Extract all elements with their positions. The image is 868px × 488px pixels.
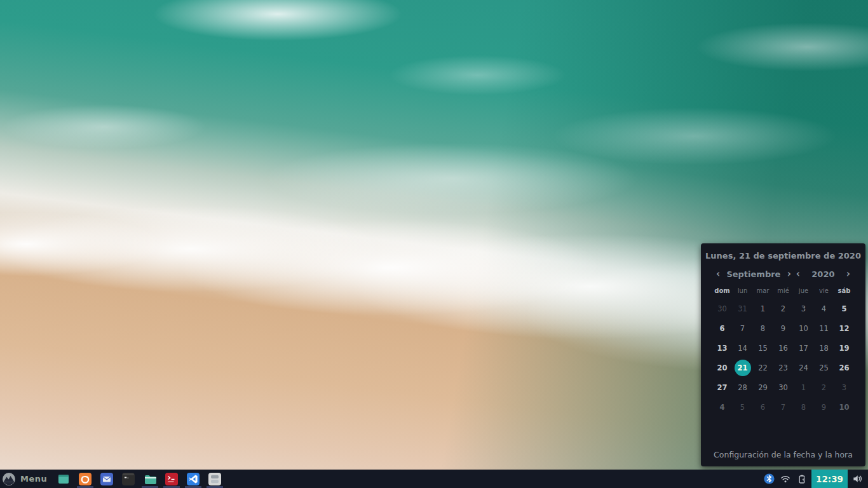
vscode-icon [187, 473, 200, 485]
vscode-launcher[interactable] [182, 470, 204, 488]
firefox-icon [79, 473, 92, 485]
text-editor-icon [208, 473, 221, 485]
calendar-day[interactable]: 15 [755, 340, 771, 356]
calendar-day[interactable]: 25 [816, 360, 832, 376]
bluetooth-tray-button[interactable] [761, 470, 777, 488]
calendar-day[interactable]: 24 [796, 360, 812, 376]
dow-mar: mar [753, 287, 773, 294]
calendar-day[interactable]: 9 [775, 320, 792, 337]
red-terminal-icon [165, 473, 178, 485]
calendar-day[interactable]: 30 [775, 379, 792, 396]
calendar-date-title: Lunes, 21 de septiembre de 2020 [701, 251, 865, 261]
calendar-day[interactable]: 12 [836, 320, 853, 337]
calendar-day[interactable]: 3 [836, 379, 853, 396]
menu-label: Menu [20, 474, 47, 484]
calendar-day[interactable]: 14 [735, 340, 751, 356]
calendar-day[interactable]: 22 [755, 360, 771, 376]
calendar-day[interactable]: 17 [796, 340, 812, 356]
month-label: Septiembre [722, 269, 784, 279]
calendar-day[interactable]: 11 [816, 320, 832, 337]
calendar-day[interactable]: 19 [836, 340, 853, 356]
calendar-day[interactable]: 16 [775, 340, 792, 356]
calendar-day[interactable]: 20 [714, 360, 731, 376]
calendar-day[interactable]: 18 [816, 340, 832, 356]
dow-mie: mié [773, 287, 794, 294]
calendar-day[interactable]: 26 [836, 360, 853, 376]
firefox-launcher[interactable] [74, 470, 96, 488]
power-tray-button[interactable] [794, 470, 810, 488]
calendar-day[interactable]: 2 [775, 301, 792, 317]
calendar-day[interactable]: 5 [836, 301, 853, 317]
calendar-day[interactable]: 1 [796, 379, 812, 396]
calendar-day[interactable]: 6 [755, 399, 771, 416]
files-launcher[interactable] [139, 470, 161, 488]
calendar-day[interactable]: 31 [735, 301, 751, 317]
dow-jue: jue [794, 287, 814, 294]
calendar-day[interactable]: 1 [755, 301, 771, 317]
calendar-day[interactable]: 7 [735, 320, 751, 337]
calendar-day[interactable]: 23 [775, 360, 792, 376]
calendar-day[interactable]: 10 [796, 320, 812, 337]
menu-button[interactable]: Menu [0, 470, 53, 488]
calendar-day[interactable]: 6 [714, 320, 731, 337]
volume-icon [852, 473, 863, 484]
calendar-day[interactable]: 4 [816, 301, 832, 317]
calendar-day[interactable]: 27 [714, 379, 731, 396]
calendar-day[interactable]: 4 [714, 399, 731, 416]
calendar-day[interactable]: 5 [735, 399, 751, 416]
prev-year-chevron-icon[interactable]: ‹ [794, 269, 803, 279]
calendar-day[interactable]: 9 [816, 399, 832, 416]
dow-dom: dom [712, 287, 733, 294]
dow-sab: sáb [834, 287, 855, 294]
mint-menu-logo-icon [2, 472, 16, 486]
calendar-day[interactable]: 29 [755, 379, 771, 396]
folder-icon [144, 473, 156, 485]
calendar-popup: Lunes, 21 de septiembre de 2020 ‹ Septie… [701, 243, 865, 466]
root-terminal-launcher[interactable] [161, 470, 182, 488]
calendar-day[interactable]: 2 [816, 379, 832, 396]
thunderbird-launcher[interactable] [96, 470, 118, 488]
text-editor-launcher[interactable] [204, 470, 226, 488]
taskbar-panel: Menu [0, 470, 868, 488]
next-year-chevron-icon[interactable]: › [844, 269, 853, 279]
calendar-navigation: ‹ Septiembre › ‹ 2020 › [714, 269, 853, 279]
terminal-launcher[interactable] [118, 470, 139, 488]
calendar-day[interactable]: 13 [714, 340, 731, 356]
terminal-icon [122, 473, 135, 485]
calendar-day[interactable]: 8 [796, 399, 812, 416]
volume-tray-button[interactable] [849, 470, 865, 488]
calendar-day[interactable]: 28 [735, 379, 751, 396]
battery-charging-icon [797, 474, 807, 484]
calendar-day[interactable]: 7 [775, 399, 792, 416]
day-of-week-header: dom lun mar mié jue vie sáb [701, 287, 865, 294]
prev-month-chevron-icon[interactable]: ‹ [714, 269, 722, 279]
calendar-day-grid: 30 31 1 2 3 4 5 6 7 8 9 10 11 12 13 14 1… [701, 299, 865, 417]
calendar-day[interactable]: 3 [796, 301, 812, 317]
calendar-day[interactable]: 30 [714, 301, 731, 317]
network-tray-button[interactable] [777, 470, 794, 488]
bluetooth-icon [764, 473, 775, 484]
show-desktop-icon [57, 473, 70, 485]
show-desktop-button[interactable] [53, 470, 74, 488]
dow-lun: lun [733, 287, 753, 294]
mail-icon [100, 473, 113, 485]
calendar-day[interactable]: 8 [755, 320, 771, 337]
datetime-settings-link[interactable]: Configuración de la fecha y la hora [701, 450, 865, 459]
calendar-day-selected[interactable]: 21 [735, 360, 751, 376]
clock-applet[interactable]: 12:39 [811, 470, 848, 488]
next-month-chevron-icon[interactable]: › [785, 269, 794, 279]
year-label: 2020 [803, 269, 844, 279]
wifi-icon [780, 474, 790, 484]
dow-vie: vie [814, 287, 834, 294]
calendar-day[interactable]: 10 [836, 399, 853, 416]
